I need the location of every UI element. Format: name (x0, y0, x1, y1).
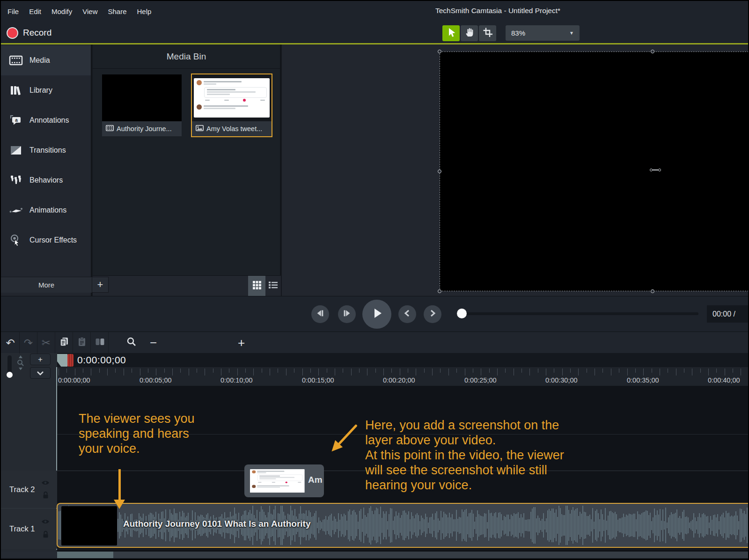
svg-text:a: a (15, 118, 18, 123)
chevron-down-icon (37, 368, 44, 378)
stage-handle-top-middle[interactable] (651, 50, 654, 53)
image-icon (196, 125, 204, 133)
film-icon (106, 125, 114, 133)
media-icon (9, 54, 23, 66)
track-visibility-toggle[interactable] (41, 518, 50, 526)
timeline-time-strip (57, 353, 749, 367)
plus-icon: + (38, 355, 43, 364)
annotations-icon: a (9, 114, 23, 126)
canvas-area (282, 44, 749, 296)
menu-view[interactable]: View (82, 7, 97, 15)
horizontal-scrollbar-handle[interactable] (57, 552, 113, 558)
cursor-effects-icon (9, 234, 23, 247)
track1-video-clip[interactable]: Authority Journey 0101 What Is an Author… (57, 503, 749, 548)
timeline-ruler[interactable]: 0:00:00;00 0:00:05;00 0:00:10;00 0:00:15… (57, 367, 749, 386)
seek-bar[interactable] (458, 312, 698, 315)
accent-separator (1, 43, 748, 44)
previous-clip-button[interactable] (398, 305, 416, 323)
clip-label: Authority Journey 0101 What Is an Author… (123, 519, 310, 529)
canvas-zoom-dropdown[interactable]: 83% ▼ (506, 25, 580, 41)
sidebar-item-label: Library (29, 86, 52, 95)
menu-share[interactable]: Share (108, 7, 126, 15)
animations-icon (9, 205, 23, 216)
track-lock-toggle[interactable] (43, 531, 49, 540)
ruler-label: 0:00:30;00 (545, 376, 578, 384)
stage-handle-bottom-middle[interactable] (651, 289, 654, 293)
crop-icon (483, 27, 493, 39)
track-lock-toggle[interactable] (43, 491, 49, 501)
ruler-label: 0:00:40;00 (708, 376, 740, 384)
record-label: Record (23, 28, 51, 38)
timeline-zoom-out-button[interactable]: − (150, 332, 157, 354)
media-item-label: Amy Volas tweet... (206, 125, 262, 133)
sidebar-item-media[interactable]: Media (1, 45, 91, 75)
current-time-display: 0:00:00;00 (77, 354, 126, 366)
list-view-icon (269, 281, 278, 291)
more-button[interactable]: More (1, 277, 92, 293)
media-item-tweet-image[interactable]: Amy Volas tweet... (192, 74, 272, 136)
record-toolbar: Record 83% ▼ (1, 22, 748, 43)
ruler-label: 0:00:10;00 (220, 376, 253, 384)
menu-modify[interactable]: Modify (51, 7, 72, 15)
clip-label: Am (308, 475, 323, 485)
crop-tool-button[interactable] (479, 25, 496, 41)
sidebar-item-cursor-effects[interactable]: Cursor Effects (1, 225, 91, 255)
playhead-marker[interactable] (67, 354, 73, 367)
timeline-zoom-in-button[interactable]: + (238, 332, 245, 354)
video-thumbnail (102, 74, 182, 121)
copy-button[interactable] (55, 332, 73, 354)
sidebar-item-transitions[interactable]: Transitions (1, 135, 91, 165)
step-forward-button[interactable] (338, 305, 356, 323)
sidebar-item-label: Annotations (29, 116, 69, 125)
sidebar-item-library[interactable]: Library (1, 75, 91, 105)
menu-edit[interactable]: Edit (29, 7, 41, 15)
stage-handle-top-left[interactable] (438, 50, 441, 53)
grid-view-icon (252, 280, 262, 292)
redo-button[interactable]: ↷ (20, 332, 37, 354)
canvas-stage[interactable] (440, 52, 749, 291)
add-media-button[interactable]: + (92, 277, 109, 293)
track-visibility-toggle[interactable] (41, 479, 50, 487)
redo-icon: ↷ (24, 338, 33, 348)
cut-button[interactable]: ✂ (37, 332, 55, 354)
split-icon (94, 336, 105, 349)
track-height-zoom-indicator (15, 355, 26, 380)
sidebar-item-behaviors[interactable]: Behaviors (1, 165, 91, 195)
track-name: Track 2 (9, 485, 35, 494)
collapse-tracks-button[interactable] (30, 367, 51, 379)
list-view-button[interactable] (266, 276, 281, 296)
track2-screenshot-clip[interactable]: Am (244, 464, 324, 497)
camtasia-window: File Edit Modify View Share Help TechSmi… (0, 0, 749, 560)
horizontal-scrollbar[interactable] (57, 552, 749, 558)
record-button[interactable]: Record (7, 25, 51, 41)
media-item-authority-video[interactable]: Authority Journe... (102, 74, 182, 136)
seek-knob[interactable] (457, 309, 467, 318)
paste-button[interactable] (73, 332, 91, 354)
pointer-tool-button[interactable] (442, 25, 460, 41)
media-bin-footer (93, 275, 281, 296)
clip-thumbnail (250, 469, 305, 493)
play-button[interactable] (362, 300, 391, 329)
timeline-zoom-search[interactable] (124, 332, 140, 354)
menu-file[interactable]: File (7, 7, 19, 15)
sidebar-item-annotations[interactable]: a Annotations (1, 105, 91, 135)
undo-button[interactable]: ↶ (2, 332, 20, 354)
stage-rotation-handle[interactable] (650, 169, 661, 171)
stage-handle-middle-left[interactable] (438, 169, 441, 173)
paste-icon (76, 336, 88, 349)
ruler-label: 0:00:15;00 (302, 376, 334, 384)
menu-help[interactable]: Help (137, 7, 152, 15)
next-clip-button[interactable] (424, 305, 441, 323)
window-title: TechSmith Camtasia - Untitled Project* (435, 7, 560, 15)
step-backward-button[interactable] (311, 305, 329, 323)
pan-tool-button[interactable] (461, 25, 478, 41)
add-track-button[interactable]: + (30, 354, 51, 365)
plus-icon: + (97, 279, 103, 291)
ruler-label: 0:00:35;00 (627, 376, 659, 384)
track-height-knob[interactable] (7, 372, 13, 378)
grid-view-button[interactable] (248, 276, 265, 296)
sidebar-item-label: Cursor Effects (29, 236, 77, 244)
split-button[interactable] (91, 332, 109, 354)
stage-handle-bottom-left[interactable] (438, 289, 441, 293)
sidebar-item-animations[interactable]: Animations (1, 195, 91, 225)
